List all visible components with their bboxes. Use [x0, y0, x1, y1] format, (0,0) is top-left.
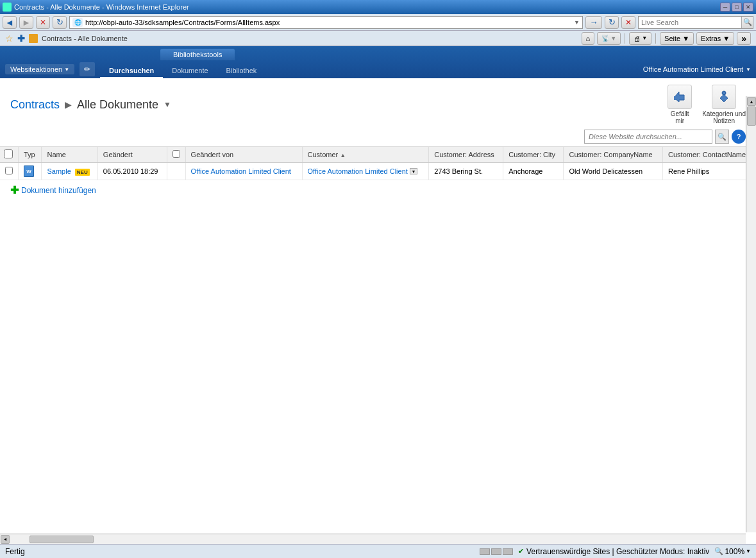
- new-badge: NEU: [75, 169, 90, 176]
- row-city-cell: Anchorage: [503, 163, 564, 180]
- customer-link[interactable]: Office Automation Limited Client: [308, 167, 408, 175]
- ie-icon: [3, 3, 12, 12]
- col-header-checkbox[interactable]: [0, 147, 19, 163]
- home-button[interactable]: ⌂: [582, 32, 595, 45]
- breadcrumb-root[interactable]: Contracts: [10, 98, 60, 112]
- address-dropdown-button[interactable]: ▼: [574, 19, 580, 26]
- kategorien-label: Kategorien undNotizen: [702, 110, 746, 124]
- kategorien-button[interactable]: Kategorien undNotizen: [702, 85, 746, 124]
- zoom-arrow: ▼: [746, 548, 751, 554]
- thumb-up-icon: [668, 85, 692, 109]
- page-button[interactable]: Seite ▼: [660, 32, 694, 45]
- customer-dropdown-button[interactable]: ▼: [410, 168, 417, 174]
- user-arrow: ▼: [746, 67, 751, 72]
- row-checkbox-cell[interactable]: [0, 163, 19, 180]
- breadcrumb-separator: ▶: [65, 99, 72, 110]
- add-document-link[interactable]: ✚ Dokument hinzufügen: [0, 180, 756, 201]
- document-link[interactable]: Sample: [47, 167, 71, 175]
- stop-button[interactable]: ✕: [36, 16, 50, 29]
- bottom-scrollbar[interactable]: ◄: [0, 534, 746, 544]
- content-search-row: 🔍 ?: [0, 127, 756, 147]
- table-container: Typ Name Geändert Geändert von: [0, 147, 756, 180]
- gefaellt-mir-button[interactable]: Gefälltmir: [668, 85, 692, 124]
- row-contact-cell: Rene Phillips: [663, 163, 756, 180]
- col-header-name: Name: [42, 147, 97, 163]
- zone-label: Vertrauenswürdige Sites | Geschützter Mo…: [526, 547, 709, 556]
- row-checkbox[interactable]: [5, 167, 13, 174]
- zoom-control[interactable]: 🔍 100% ▼: [714, 547, 751, 556]
- title-bar: Contracts - Alle Dokumente - Windows Int…: [0, 0, 756, 14]
- table-header-row: Typ Name Geändert Geändert von: [0, 147, 756, 163]
- row-address-cell: 2743 Bering St.: [429, 163, 503, 180]
- progress-seg-3: [503, 548, 513, 555]
- column-toggle-checkbox[interactable]: [172, 150, 180, 158]
- checkmark-icon: ✔: [518, 547, 524, 555]
- browser-toolbar: ◄ ► ✕ ↻ 🌐 ▼ → ↻ ✕ 🔍: [0, 14, 756, 31]
- favorites-star[interactable]: ☆: [5, 33, 13, 44]
- status-right: ✔ Vertrauenswürdige Sites | Geschützter …: [480, 547, 751, 556]
- search-box[interactable]: 🔍: [638, 16, 753, 29]
- svg-rect-0: [674, 96, 676, 100]
- address-bar[interactable]: 🌐 ▼: [69, 16, 583, 29]
- row-geaendert-cell: 06.05.2010 18:29: [97, 163, 167, 180]
- user-label: Office Automation Limited Client: [643, 65, 743, 73]
- site-search-button[interactable]: 🔍: [715, 130, 729, 144]
- right-scrollbar[interactable]: ▲: [746, 96, 756, 532]
- col-header-customer-city: Customer: City: [503, 147, 564, 163]
- minimize-button[interactable]: ─: [720, 3, 730, 12]
- extras-button[interactable]: Extras ▼: [696, 32, 734, 45]
- scroll-left-button[interactable]: ◄: [1, 535, 10, 544]
- rss-button[interactable]: 📡 ▼: [597, 32, 621, 45]
- row-company-cell: Old World Delicatessen: [564, 163, 663, 180]
- col-header-customer-company: Customer: CompanyName: [564, 147, 663, 163]
- page-header: Contracts ▶ Alle Dokumente ▼ Gefälltmir: [0, 78, 756, 127]
- forward-button[interactable]: ►: [19, 16, 33, 29]
- maximize-button[interactable]: □: [732, 3, 742, 12]
- user-menu[interactable]: Office Automation Limited Client ▼: [643, 65, 751, 73]
- print-button[interactable]: 🖨▼: [629, 32, 651, 45]
- search-button[interactable]: 🔍: [741, 17, 753, 28]
- breadcrumb-current: Alle Dokumente: [77, 98, 158, 112]
- status-bar: Fertig ✔ Vertrauenswürdige Sites | Gesch…: [0, 544, 756, 558]
- row-customer-cell: Office Automation Limited Client ▼: [302, 163, 429, 180]
- help-button[interactable]: ?: [732, 130, 746, 144]
- add-favorites[interactable]: ✚: [17, 33, 25, 44]
- close-button[interactable]: ✕: [743, 3, 753, 12]
- refresh-button[interactable]: ↻: [53, 16, 67, 29]
- search-input[interactable]: [639, 19, 741, 26]
- add-document-label[interactable]: Dokument hinzufügen: [21, 186, 96, 195]
- bookmark-label[interactable]: Contracts - Alle Dokumente: [42, 35, 128, 42]
- window-controls[interactable]: ─ □ ✕: [720, 3, 753, 12]
- row-check2-cell: [167, 163, 185, 180]
- col-header-typ: Typ: [19, 147, 42, 163]
- status-left: Fertig: [5, 547, 25, 556]
- site-search-input[interactable]: [584, 130, 712, 144]
- scroll-thumb[interactable]: [747, 106, 756, 126]
- edit-icon-button[interactable]: ✏: [80, 62, 95, 76]
- toolbar-right: ⌂ 📡 ▼ 🖨▼ Seite ▼ Extras ▼ »: [582, 32, 751, 45]
- table-row: W Sample NEU 06.05.2010 18:29 Office Aut…: [0, 163, 756, 180]
- col-header-customer-address: Customer: Address: [429, 147, 503, 163]
- col-header-geaendert: Geändert: [97, 147, 167, 163]
- scroll-h-thumb[interactable]: [29, 536, 94, 543]
- tab-durchsuchen[interactable]: Durchsuchen: [100, 67, 163, 78]
- customer-sort-icon[interactable]: ▲: [340, 152, 346, 158]
- websiteaktionen-button[interactable]: Websiteaktionen ▼: [5, 64, 74, 74]
- websiteaktionen-arrow: ▼: [64, 67, 69, 72]
- breadcrumb: Contracts ▶ Alle Dokumente ▼: [10, 98, 171, 112]
- breadcrumb-dropdown[interactable]: ▼: [164, 100, 171, 109]
- go-button[interactable]: →: [585, 16, 602, 29]
- stop2-button[interactable]: ✕: [621, 16, 635, 29]
- refresh2-button[interactable]: ↻: [605, 16, 619, 29]
- bookmark-icon: [29, 34, 38, 43]
- ribbon-main-row: Websiteaktionen ▼ ✏ Durchsuchen Dokument…: [0, 60, 756, 78]
- row-name-cell: Sample NEU: [42, 163, 97, 180]
- tab-dokumente[interactable]: Dokumente: [163, 67, 217, 78]
- more-button[interactable]: »: [737, 32, 751, 45]
- address-input[interactable]: [85, 19, 574, 26]
- tab-bibliothek[interactable]: Bibliothek: [217, 67, 266, 78]
- geaendert-von-link[interactable]: Office Automation Limited Client: [191, 167, 291, 175]
- scroll-up-button[interactable]: ▲: [747, 97, 756, 106]
- back-button[interactable]: ◄: [3, 16, 17, 29]
- select-all-checkbox[interactable]: [4, 149, 13, 158]
